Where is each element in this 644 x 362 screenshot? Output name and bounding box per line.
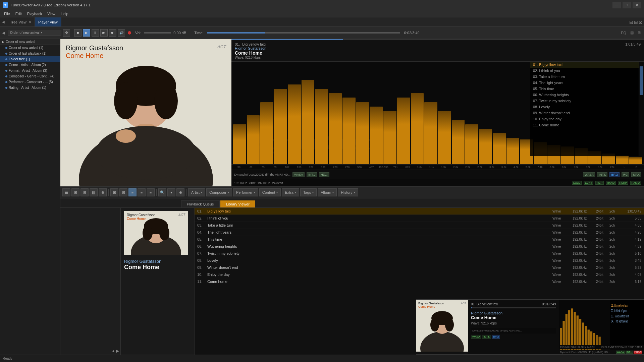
prev-button[interactable]: ⏮ — [100, 29, 108, 37]
tab-player-view[interactable]: Player View — [35, 17, 61, 26]
tracklist-item-1[interactable]: 02. I think of you — [530, 68, 644, 74]
tags-dropdown[interactable]: Tags▾ — [300, 188, 317, 196]
tab-tree-view[interactable]: Tree View ✕ — [7, 17, 35, 26]
spectrum-bar-7 — [329, 93, 342, 164]
track-row-1[interactable]: 02. I think of you Wave 192.0kHz 24bit 2… — [195, 215, 644, 222]
sidebar-toggle[interactable]: ◀ — [2, 31, 5, 35]
album-dropdown[interactable]: Album▾ — [318, 188, 337, 196]
extra-dropdown[interactable]: Extra▾ — [282, 188, 299, 196]
tab-split[interactable]: ⊠ — [639, 19, 643, 25]
volume-slider[interactable] — [144, 32, 171, 34]
tool-sort-desc[interactable]: ≡ — [138, 188, 146, 196]
tool-sort-asc[interactable]: ≡ — [128, 188, 137, 196]
bottom-nav-up[interactable]: ▲ — [111, 349, 115, 353]
tool-compact[interactable]: ▤ — [90, 188, 98, 196]
track-row-10[interactable]: 11. Come home Wave 192.0kHz 24bit 2ch 6:… — [195, 278, 644, 285]
composer-dropdown[interactable]: Composer▾ — [206, 188, 232, 196]
menu-file[interactable]: File — [1, 11, 13, 16]
tool-search[interactable]: 🔍 — [158, 188, 166, 196]
tracklist-item-4[interactable]: 05. This time — [530, 86, 644, 92]
extra-chevron: ▾ — [295, 191, 296, 194]
tool-list-view[interactable]: ☰ — [62, 188, 70, 196]
album-chevron: ▾ — [332, 191, 334, 194]
mini-progress-bar[interactable] — [471, 307, 556, 308]
eq-toggle[interactable]: EQ — [620, 30, 628, 36]
tool-options[interactable]: ▾ — [167, 188, 175, 196]
play-button[interactable]: ▶ — [83, 29, 90, 37]
tracklist-item-2[interactable]: 03. Take a little turn — [530, 74, 644, 80]
sidebar-item-1[interactable]: Order of last playback (1) — [0, 51, 60, 56]
tool-nav[interactable]: ⊕ — [176, 188, 184, 196]
tracklist-item-8[interactable]: 09. Winter doesn't end — [530, 110, 644, 116]
tab-close-tree[interactable]: ✕ — [29, 20, 31, 24]
tracklist-item-6[interactable]: 07. Twist in my sobriety — [530, 98, 644, 104]
menu-help[interactable]: Help — [58, 11, 71, 16]
track-row-0[interactable]: 01. Big yellow taxi Wave 192.0kHz 24bit … — [195, 208, 644, 215]
spectrum-bar-6 — [315, 89, 328, 164]
tab-restore[interactable]: ⊟ — [629, 19, 633, 25]
tool-detail-view[interactable]: ⊟ — [80, 188, 89, 196]
settings-button[interactable]: ⚙ — [63, 29, 70, 37]
bottom-nav-down[interactable]: ▶ — [116, 349, 119, 353]
sidebar-item-7[interactable]: Rating - Artist - Album (1) — [0, 85, 60, 90]
tracklist-item-9[interactable]: 10. Enjoy the day — [530, 116, 644, 122]
tracklist-item-0[interactable]: 01. Big yellow taxi — [530, 62, 644, 68]
history-dropdown[interactable]: History▾ — [338, 188, 358, 196]
time-seek-slider[interactable] — [207, 32, 400, 34]
track-row-6[interactable]: 07. Twist in my sobriety Wave 192.0kHz 2… — [195, 250, 644, 257]
tab-nav-left[interactable]: ◀ — [2, 20, 5, 24]
sort-dropdown[interactable]: Order of new arrival ▾ — [8, 30, 61, 36]
artist-dropdown[interactable]: Artist▾ — [188, 188, 205, 196]
next-button[interactable]: ⏭ — [109, 29, 116, 37]
content-dropdown[interactable]: Content▾ — [259, 188, 281, 196]
tab-playback-queue[interactable]: Playback Queue — [181, 200, 220, 207]
track-format: Wave — [552, 217, 573, 220]
sidebar-item-0[interactable]: Order of new arrival (1) — [0, 45, 60, 51]
layout-btn[interactable]: ▤ — [629, 30, 635, 36]
tab-library-viewer[interactable]: Library Viewer — [220, 200, 255, 207]
track-row-7[interactable]: 08. Lovely Wave 192.0kHz 24bit 2ch 3:48 — [195, 257, 644, 264]
mini-album-title: Come Home — [471, 315, 556, 320]
track-progress-container[interactable] — [231, 39, 644, 40]
tracklist-item-10[interactable]: 11. Come home — [530, 122, 644, 128]
tool-cols-2[interactable]: ⊞ — [110, 188, 118, 196]
minimize-button[interactable]: ─ — [612, 2, 621, 8]
tool-expand[interactable]: ⊕ — [99, 188, 107, 196]
sidebar-item-3[interactable]: Genre - Artist - Album (2) — [0, 62, 60, 68]
sidebar-item-5[interactable]: Composer - Genre - Cont... (4) — [0, 73, 60, 79]
sidebar-header[interactable]: ▶ Order of new arrival — [0, 39, 60, 45]
track-row-4[interactable]: 05. This time Wave 192.0kHz 24bit 2ch 4:… — [195, 236, 644, 243]
sidebar-item-2[interactable]: Folder tree (1) — [0, 56, 60, 62]
sidebar-item-6[interactable]: Performer - Composer - ... (5) — [0, 79, 60, 85]
menu-playback[interactable]: Playback — [24, 11, 45, 16]
mute-button[interactable]: 🔊 — [118, 29, 125, 37]
tracklist-item-7[interactable]: 08. Lovely — [530, 104, 644, 110]
track-hz: 192.0kHz — [573, 259, 596, 262]
tool-filter[interactable]: ≡ — [147, 188, 155, 196]
sidebar-item-4[interactable]: Format - Artist - Album (3) — [0, 68, 60, 73]
stop-button[interactable]: ■ — [74, 29, 82, 37]
spec-label-8: 230 — [329, 166, 341, 169]
performer-dropdown[interactable]: Performer▾ — [233, 188, 258, 196]
close-button[interactable]: ✕ — [633, 2, 641, 8]
pause-button[interactable]: ⏸ — [92, 29, 99, 37]
tracklist-item-3[interactable]: 04. The light years — [530, 80, 644, 86]
track-row-2[interactable]: 03. Take a little turn Wave 192.0kHz 24b… — [195, 222, 644, 229]
track-row-9[interactable]: 10. Enjoy the day Wave 192.0kHz 24bit 2c… — [195, 271, 644, 278]
maximize-button[interactable]: □ — [623, 2, 631, 8]
spectrum-bar-15 — [438, 111, 451, 164]
tool-cols-3[interactable]: ⊟ — [119, 188, 127, 196]
track-row-3[interactable]: 04. The light years Wave 192.0kHz 24bit … — [195, 229, 644, 236]
svg-text:01. Big yellow taxi: 01. Big yellow taxi — [611, 303, 628, 307]
mini-artist: Rigmor Gustafsson — [471, 311, 556, 315]
track-bit: 24bit — [596, 266, 609, 269]
track-row-5[interactable]: 06. Wuthering heights Wave 192.0kHz 24bi… — [195, 243, 644, 250]
tracklist-item-5[interactable]: 06. Wuthering heights — [530, 92, 644, 98]
track-row-8[interactable]: 09. Winter doesn't end Wave 192.0kHz 24b… — [195, 264, 644, 271]
menu-edit[interactable]: Edit — [13, 11, 24, 16]
tab-layout[interactable]: ⊞ — [634, 19, 638, 25]
tool-grid-view[interactable]: ⊞ — [71, 188, 79, 196]
album-art-title: Come Home — [66, 52, 123, 60]
menu-view[interactable]: View — [45, 11, 58, 16]
fullscreen-btn[interactable]: ⊞ — [636, 30, 642, 36]
